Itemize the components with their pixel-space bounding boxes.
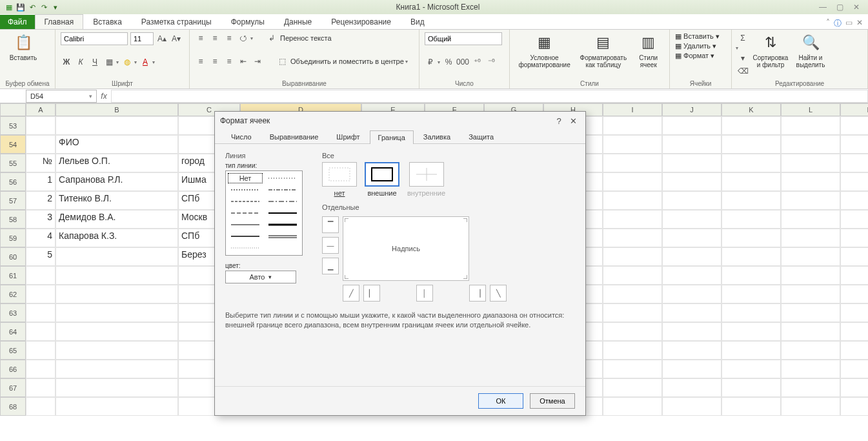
border-preview[interactable]: Надпись [343, 216, 469, 281]
cell-K56[interactable] [722, 172, 781, 191]
cell-M54[interactable] [840, 135, 868, 154]
cell-A60[interactable]: 5 [26, 247, 56, 266]
wrap-text-icon[interactable]: ↲ [266, 32, 278, 44]
cell-M61[interactable] [840, 266, 868, 285]
cell-I61[interactable] [603, 266, 662, 285]
minimize-button[interactable]: — [815, 3, 831, 12]
preset-inside[interactable]: внутренние [407, 162, 445, 197]
merge-icon[interactable]: ⬚ [276, 56, 288, 67]
cell-I54[interactable] [603, 135, 662, 154]
border-top-button[interactable]: ▔ [322, 216, 339, 233]
cell-M53[interactable] [840, 116, 868, 135]
line-style-option[interactable] [266, 232, 299, 241]
cell-B62[interactable] [56, 285, 178, 303]
cell-A63[interactable] [26, 303, 56, 322]
cell-I63[interactable] [603, 303, 662, 322]
comma-icon[interactable]: 000 [457, 56, 469, 68]
name-box[interactable]: D54▾ [26, 90, 97, 103]
conditional-formatting-button[interactable]: ▦Условное форматирование [515, 32, 574, 68]
font-color-icon[interactable]: A [139, 56, 151, 68]
underline-icon[interactable]: Ч [89, 56, 101, 68]
cell-L66[interactable] [781, 360, 840, 378]
cell-L56[interactable] [781, 172, 840, 191]
qat-dropdown-icon[interactable]: ▾ [50, 2, 61, 12]
cell-L59[interactable] [781, 229, 840, 247]
bold-icon[interactable]: Ж [61, 56, 72, 68]
cell-A61[interactable] [26, 266, 56, 285]
ok-button[interactable]: ОК [478, 393, 523, 409]
border-right-button[interactable]: ▕ [469, 285, 486, 302]
cell-A65[interactable] [26, 341, 56, 360]
cell-A67[interactable] [26, 378, 56, 397]
cell-B55[interactable]: Лельев О.П. [56, 154, 178, 172]
align-center-icon[interactable]: ≡ [209, 56, 221, 67]
cell-K68[interactable] [722, 397, 781, 416]
dialog-help-icon[interactable]: ? [552, 116, 566, 126]
cell-B65[interactable] [56, 341, 178, 360]
sort-filter-button[interactable]: ⇅Сортировка и фильтр [752, 32, 789, 77]
cell-M62[interactable] [840, 285, 868, 303]
cell-A66[interactable] [26, 360, 56, 378]
cell-J66[interactable] [662, 360, 722, 378]
indent-increase-icon[interactable]: ⇥ [252, 56, 263, 67]
col-header-J[interactable]: J [662, 103, 722, 116]
cell-L61[interactable] [781, 266, 840, 285]
window-close-icon[interactable]: ✕ [856, 18, 863, 29]
cell-M68[interactable] [840, 397, 868, 416]
line-style-option[interactable] [228, 185, 262, 194]
cell-B67[interactable] [56, 378, 178, 397]
cell-K64[interactable] [722, 322, 781, 341]
ribbon-tab-Главная[interactable]: Главная [35, 14, 84, 29]
row-header-59[interactable]: 59 [0, 229, 26, 247]
cell-K60[interactable] [722, 247, 781, 266]
line-color-select[interactable]: Авто ▾ [225, 271, 296, 283]
help-icon[interactable]: ⓘ [834, 18, 842, 29]
minimize-ribbon-icon[interactable]: ˄ [826, 18, 830, 29]
dialog-tab-Выравнивание[interactable]: Выравнивание [261, 130, 327, 143]
clear-icon[interactable]: ⌫ [737, 65, 749, 77]
font-name-select[interactable] [61, 32, 128, 45]
cell-L68[interactable] [781, 397, 840, 416]
line-style-option[interactable] [266, 220, 299, 229]
delete-cells-button[interactable]: ▦ Удалить ▾ [675, 42, 726, 50]
cell-M57[interactable] [840, 191, 868, 210]
wrap-text-label[interactable]: Перенос текста [280, 34, 332, 42]
cell-B56[interactable]: Сапранова Р.Л. [56, 172, 178, 191]
cell-J54[interactable] [662, 135, 722, 154]
autosum-icon[interactable]: Σ [737, 32, 749, 44]
cell-J65[interactable] [662, 341, 722, 360]
col-header-B[interactable]: B [56, 103, 178, 116]
line-style-option[interactable] [228, 232, 262, 241]
italic-icon[interactable]: К [75, 56, 86, 68]
cell-L54[interactable] [781, 135, 840, 154]
cell-J56[interactable] [662, 172, 722, 191]
cell-L63[interactable] [781, 303, 840, 322]
row-header-62[interactable]: 62 [0, 285, 26, 303]
insert-cells-button[interactable]: ▦ Вставить ▾ [675, 32, 726, 41]
cancel-button[interactable]: Отмена [530, 393, 575, 409]
line-style-option[interactable] [266, 185, 299, 194]
ribbon-tab-Формулы[interactable]: Формулы [221, 14, 274, 29]
ribbon-tab-Рецензирование[interactable]: Рецензирование [321, 14, 401, 29]
cell-M63[interactable] [840, 303, 868, 322]
cell-L64[interactable] [781, 322, 840, 341]
border-icon[interactable]: ▦ [103, 56, 115, 68]
line-style-option[interactable] [266, 174, 299, 183]
cell-A58[interactable]: 3 [26, 210, 56, 229]
row-header-57[interactable]: 57 [0, 191, 26, 210]
cell-B59[interactable]: Капарова К.З. [56, 229, 178, 247]
merge-label[interactable]: Объединить и поместить в центре [290, 57, 404, 65]
cell-I62[interactable] [603, 285, 662, 303]
cell-L62[interactable] [781, 285, 840, 303]
cell-M65[interactable] [840, 341, 868, 360]
cell-K62[interactable] [722, 285, 781, 303]
row-header-67[interactable]: 67 [0, 378, 26, 397]
cell-B61[interactable] [56, 266, 178, 285]
border-diag-up-button[interactable]: ╱ [343, 285, 359, 302]
row-header-64[interactable]: 64 [0, 322, 26, 341]
redo-icon[interactable]: ↷ [39, 2, 49, 12]
cell-K54[interactable] [722, 135, 781, 154]
cell-L55[interactable] [781, 154, 840, 172]
select-all-corner[interactable] [0, 103, 26, 116]
cell-K63[interactable] [722, 303, 781, 322]
